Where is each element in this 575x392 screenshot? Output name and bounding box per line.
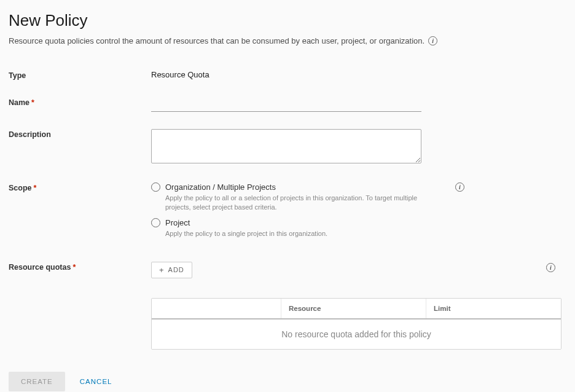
quota-table: Resource Limit No resource quota added f…: [151, 298, 561, 350]
scope-option-project-hint: Apply the policy to a single project in …: [165, 229, 436, 238]
scope-option-project-label: Project: [165, 218, 190, 227]
scope-radio-organization[interactable]: Organization / Multiple Projects: [151, 182, 471, 192]
quota-table-header: Resource Limit: [152, 299, 561, 319]
add-button-label: ADD: [168, 266, 184, 273]
required-star: *: [34, 184, 37, 192]
radio-icon: [151, 218, 160, 227]
name-input[interactable]: [151, 97, 421, 112]
type-label: Type: [9, 70, 151, 80]
page-subtitle: Resource quota policies control the amou…: [9, 36, 424, 45]
quotas-label: Resource quotas: [9, 263, 71, 272]
description-textarea[interactable]: [151, 129, 421, 163]
column-resource: Resource: [281, 299, 426, 318]
info-icon[interactable]: i: [546, 263, 555, 272]
create-button[interactable]: CREATE: [9, 372, 65, 391]
column-limit: Limit: [426, 299, 561, 318]
name-label: Name: [9, 98, 29, 107]
info-icon[interactable]: i: [428, 36, 437, 45]
add-quota-button[interactable]: + ADD: [151, 262, 192, 278]
radio-icon: [151, 182, 160, 192]
quota-empty-message: No resource quota added for this policy: [152, 319, 561, 349]
scope-label: Scope: [9, 184, 32, 192]
description-label: Description: [9, 129, 151, 139]
plus-icon: +: [159, 266, 165, 274]
page-title: New Policy: [9, 11, 566, 30]
scope-option-org-label: Organization / Multiple Projects: [165, 182, 276, 192]
cancel-button[interactable]: CANCEL: [80, 378, 112, 385]
required-star: *: [31, 98, 34, 107]
type-value: Resource Quota: [151, 70, 566, 79]
scope-radio-project[interactable]: Project: [151, 218, 471, 227]
required-star: *: [72, 263, 76, 272]
info-icon[interactable]: i: [455, 182, 464, 192]
scope-option-org-hint: Apply the policy to all or a selection o…: [165, 194, 436, 212]
